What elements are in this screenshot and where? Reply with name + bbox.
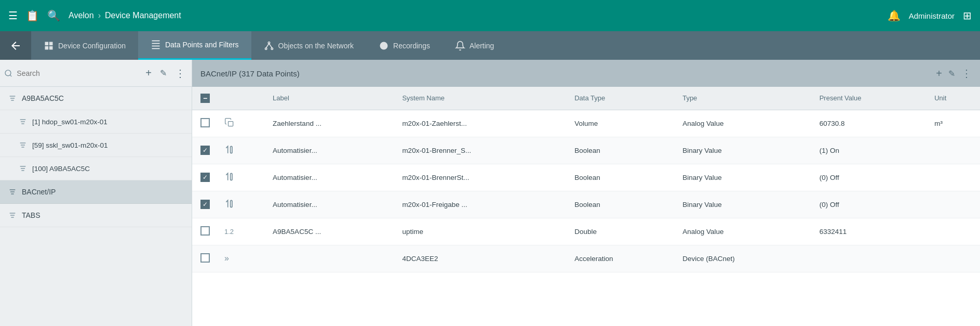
back-button[interactable]: [0, 31, 31, 60]
tab-objects-network[interactable]: Objects on the Network: [251, 31, 367, 60]
table-row[interactable]: ✓ Automatisier... m20x-01-BrennerSt... B…: [192, 164, 980, 191]
panel-title: BACnet/IP (317 Data Points): [200, 69, 300, 78]
arrows-icon: »: [224, 254, 229, 263]
search-icon[interactable]: 🔍: [47, 9, 60, 22]
select-all-checkbox[interactable]: −: [200, 94, 210, 103]
row-checkbox[interactable]: [200, 253, 210, 263]
search-icon: [4, 69, 12, 78]
grid-icon[interactable]: ⊞: [963, 9, 972, 22]
edit-item-button[interactable]: ✎: [158, 66, 169, 80]
cell-unit: [928, 137, 980, 164]
filter-icon: [8, 188, 17, 196]
sidebar-item-label: [1] hdop_sw01-m20x-01: [32, 118, 108, 126]
search-input[interactable]: [17, 69, 139, 77]
panel-more-button[interactable]: ⋮: [961, 67, 972, 80]
table-row[interactable]: 1.2 A9BA5AC5C ... uptime Double Analog V…: [192, 218, 980, 245]
cell-data-type: Volume: [568, 110, 676, 137]
nav-left: ☰ 📋 🔍 Avelon › Device Management: [8, 9, 181, 22]
tab-data-points[interactable]: Data Points and Filters: [138, 31, 251, 60]
panel-edit-button[interactable]: ✎: [948, 69, 955, 79]
tab-alerting[interactable]: Alerting: [442, 31, 506, 60]
nav-right: 🔔 Administrator ⊞: [888, 9, 972, 22]
cell-present-value: (0) Off: [813, 191, 929, 218]
row-checkbox[interactable]: ✓: [200, 146, 210, 155]
tab-recordings[interactable]: Recordings: [366, 31, 442, 60]
row-checkbox[interactable]: ✓: [200, 200, 210, 209]
menu-icon[interactable]: ☰: [8, 9, 18, 22]
sidebar-item-hdop[interactable]: [1] hdop_sw01-m20x-01: [0, 110, 192, 134]
breadcrumb: Avelon › Device Management: [69, 11, 181, 20]
right-panel-header: BACnet/IP (317 Data Points) + ✎ ⋮: [192, 60, 980, 87]
col-data-type: Data Type: [568, 87, 676, 110]
svg-rect-3: [49, 46, 53, 49]
binary-icon: [224, 172, 235, 182]
row-checkbox[interactable]: ✓: [200, 173, 210, 182]
sidebar-item-label: A9BA5AC5C: [22, 94, 64, 102]
sidebar-item-sskl[interactable]: [59] sskl_sw01-m20x-01: [0, 134, 192, 157]
tab-data-points-label: Data Points and Filters: [165, 41, 239, 49]
more-options-button[interactable]: ⋮: [173, 65, 187, 82]
cell-type: Analog Value: [676, 110, 813, 137]
cell-type: Binary Value: [676, 191, 813, 218]
panel-actions: + ✎ ⋮: [936, 67, 972, 80]
sidebar-item-tabs[interactable]: TABS: [0, 204, 192, 227]
svg-rect-0: [45, 42, 49, 45]
tabs-container: Device Configuration Data Points and Fil…: [31, 31, 506, 60]
tab-alerting-label: Alerting: [469, 42, 494, 50]
cell-label: Automatisier...: [266, 137, 396, 164]
cell-type: Analog Value: [676, 218, 813, 245]
svg-point-9: [380, 42, 388, 49]
sidebar-item-a9ba5ac5c[interactable]: A9BA5AC5C: [0, 87, 192, 110]
table-row[interactable]: ✓ Automatisier... m20x-01-Freigabe ... B…: [192, 191, 980, 218]
sidebar: + ✎ ⋮ A9BA5AC5C [1] hdop_sw01-m20x-01 [5…: [0, 60, 192, 326]
add-item-button[interactable]: +: [143, 65, 154, 81]
cell-system-name: m20x-01-BrennerSt...: [396, 164, 568, 191]
filter-icon: [8, 211, 17, 219]
tab-device-config[interactable]: Device Configuration: [31, 31, 138, 60]
svg-line-8: [269, 43, 272, 47]
svg-rect-2: [45, 46, 49, 49]
admin-name: Administrator: [909, 11, 955, 20]
bell-icon[interactable]: 🔔: [888, 9, 901, 22]
table-row[interactable]: Zaehlerstand ... m20x-01-Zaehlerst... Vo…: [192, 110, 980, 137]
row-checkbox[interactable]: [200, 226, 210, 236]
row-checkbox[interactable]: [200, 118, 210, 127]
sidebar-item-bacnet[interactable]: BACnet/IP: [0, 180, 192, 204]
col-present-value: Present Value: [813, 87, 929, 110]
sidebar-item-label: [59] sskl_sw01-m20x-01: [32, 141, 108, 149]
col-checkbox: −: [192, 87, 218, 110]
col-type: Type: [676, 87, 813, 110]
top-navbar: ☰ 📋 🔍 Avelon › Device Management 🔔 Admin…: [0, 0, 980, 31]
tab-objects-network-label: Objects on the Network: [278, 42, 354, 50]
search-input-wrap: [4, 69, 139, 78]
table-row[interactable]: » 4DCA3EE2 Acceleration Device (BACnet): [192, 245, 980, 272]
table-row[interactable]: ✓ Automatisier... m20x-01-Brenner_S... B…: [192, 137, 980, 164]
tab-recordings-label: Recordings: [393, 42, 430, 50]
cell-label: Zaehlerstand ...: [266, 110, 396, 137]
svg-line-7: [266, 43, 269, 47]
copy-icon: [224, 118, 235, 128]
breadcrumb-separator: ›: [98, 11, 101, 20]
cell-type: Device (BACnet): [676, 245, 813, 272]
numeric-icon: 1.2: [224, 228, 234, 236]
main-content: + ✎ ⋮ A9BA5AC5C [1] hdop_sw01-m20x-01 [5…: [0, 60, 980, 326]
cell-unit: [928, 245, 980, 272]
filter-icon: [19, 141, 27, 149]
clipboard-icon[interactable]: 📋: [26, 9, 39, 22]
svg-point-10: [5, 70, 11, 75]
filter-icon: [19, 118, 27, 126]
current-page: Device Management: [105, 11, 181, 20]
cell-system-name: uptime: [396, 218, 568, 245]
cell-data-type: Acceleration: [568, 245, 676, 272]
data-table: − Label System Name Data Type Type Prese…: [192, 87, 980, 326]
panel-add-button[interactable]: +: [936, 68, 942, 80]
cell-type: Binary Value: [676, 137, 813, 164]
tab-bar: Device Configuration Data Points and Fil…: [0, 31, 980, 60]
cell-present-value: 6332411: [813, 218, 929, 245]
sidebar-items-list: A9BA5AC5C [1] hdop_sw01-m20x-01 [59] ssk…: [0, 87, 192, 326]
svg-point-5: [265, 48, 266, 49]
svg-point-6: [271, 48, 273, 49]
sidebar-item-a9ba5ac5c-100[interactable]: [100] A9BA5AC5C: [0, 157, 192, 180]
app-name[interactable]: Avelon: [69, 11, 94, 20]
tab-device-config-label: Device Configuration: [58, 42, 126, 50]
